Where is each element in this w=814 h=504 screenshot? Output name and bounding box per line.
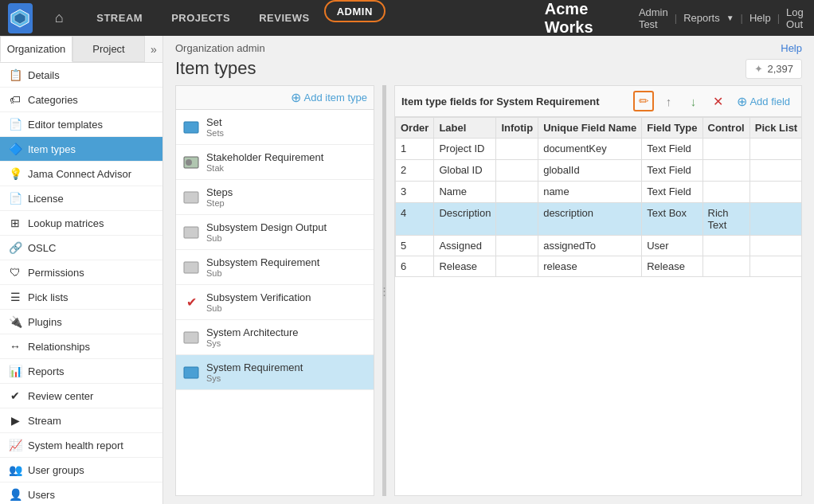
table-cell: release <box>538 256 642 277</box>
table-cell <box>749 182 801 203</box>
table-row[interactable]: 2Global IDglobalIdText Field✗✗ <box>396 160 802 182</box>
fields-table-scroll: Order Label Infotip Unique Field Name Fi… <box>395 117 801 495</box>
sidebar-item-system-health[interactable]: 📈 System health report <box>0 433 162 458</box>
table-row[interactable]: 4DescriptiondescriptionText BoxRich Text <box>396 203 802 236</box>
table-cell: 5 <box>396 236 434 256</box>
item-icon-subsystem-req <box>182 259 200 276</box>
table-cell: Description <box>434 203 496 236</box>
sidebar-item-stream[interactable]: ▶ Stream <box>0 408 162 433</box>
permissions-icon: 🛡 <box>8 266 22 279</box>
table-cell: name <box>538 182 642 203</box>
add-field-button[interactable]: ⊕ Add field <box>732 91 795 111</box>
sep3: | <box>777 12 780 24</box>
help-link[interactable]: Help <box>781 42 802 54</box>
table-cell: Text Field <box>642 160 702 182</box>
sidebar-item-oslc[interactable]: 🔗 OSLC <box>0 236 162 260</box>
move-down-button[interactable]: ↓ <box>683 91 703 111</box>
delete-field-button[interactable]: ✕ <box>707 91 728 111</box>
resize-divider[interactable]: ⋮ <box>382 85 386 496</box>
list-item[interactable]: Subsystem Design Output Sub <box>176 215 374 250</box>
sidebar-item-license[interactable]: 📄 License <box>0 186 162 211</box>
table-cell <box>749 139 801 160</box>
sidebar-item-item-types[interactable]: 🔷 Item types <box>0 137 162 162</box>
nav-links: STREAM PROJECTS REVIEWS ADMIN <box>82 0 385 36</box>
table-row[interactable]: 6ReleasereleaseRelease <box>396 256 802 277</box>
item-icon-subsystem-design <box>182 224 200 241</box>
tab-project[interactable]: Project <box>72 36 145 62</box>
logo[interactable] <box>8 3 33 33</box>
sidebar-item-details[interactable]: 📋 Details <box>0 63 162 88</box>
logout-link[interactable]: Log Out <box>786 6 806 30</box>
svg-rect-5 <box>184 192 198 203</box>
table-cell <box>749 256 801 277</box>
table-row[interactable]: 1Project IDdocumentKeyText Field✗✗ <box>396 139 802 160</box>
pick-lists-icon: ☰ <box>8 291 22 303</box>
sidebar-collapse-btn[interactable]: » <box>145 36 162 62</box>
col-order: Order <box>396 118 434 139</box>
table-cell: Name <box>434 182 496 203</box>
table-row[interactable]: 5AssignedassignedToUser <box>396 236 802 256</box>
sidebar-item-user-groups[interactable]: 👥 User groups <box>0 458 162 483</box>
svg-rect-7 <box>184 262 198 273</box>
item-types-icon: 🔷 <box>8 143 22 155</box>
sidebar-item-jama-advisor[interactable]: 💡 Jama Connect Advisor <box>0 162 162 186</box>
edit-field-button[interactable]: ✏ <box>633 91 654 111</box>
reports-arrow: ▼ <box>726 14 734 22</box>
col-label: Label <box>434 118 496 139</box>
move-up-button[interactable]: ↑ <box>658 91 679 111</box>
list-item[interactable]: Subsystem Requirement Sub <box>176 250 374 285</box>
content-area: ⊕ Add item type Set Sets <box>163 85 814 504</box>
license-icon: 📄 <box>8 192 22 205</box>
list-item[interactable]: Stakeholder Requirement Stak <box>176 145 374 180</box>
table-cell: 3 <box>396 182 434 203</box>
nav-right: Admin Test | Reports ▼ | Help | Log Out <box>639 6 806 30</box>
sidebar-item-plugins[interactable]: 🔌 Plugins <box>0 310 162 334</box>
page-title-row: Item types ✦ 2,397 <box>163 58 814 85</box>
add-item-type-button[interactable]: ⊕ Add item type <box>291 90 368 105</box>
table-cell <box>749 236 801 256</box>
item-types-label: Item types <box>28 143 76 155</box>
top-navigation: ⌂ STREAM PROJECTS REVIEWS ADMIN Acme Wor… <box>0 0 814 36</box>
sidebar-item-lookup-matrices[interactable]: ⊞ Lookup matrices <box>0 211 162 236</box>
lookup-matrices-icon: ⊞ <box>8 217 22 229</box>
table-row[interactable]: 3NamenameText Field✗ <box>396 182 802 203</box>
sidebar-item-categories[interactable]: 🏷 Categories <box>0 88 162 112</box>
sidebar-item-relationships[interactable]: ↔ Relationships <box>0 334 162 359</box>
reports-label: Reports <box>28 365 65 377</box>
admin-nav[interactable]: ADMIN <box>324 0 385 22</box>
admin-test-link[interactable]: Admin Test <box>639 6 668 30</box>
help-top-link[interactable]: Help <box>749 12 771 24</box>
sep1: | <box>675 12 677 24</box>
editor-templates-label: Editor templates <box>28 119 103 131</box>
sidebar-item-pick-lists[interactable]: ☰ Pick lists <box>0 285 162 310</box>
stream-nav[interactable]: STREAM <box>82 0 157 36</box>
user-groups-label: User groups <box>28 464 84 476</box>
tab-organization[interactable]: Organization <box>0 36 72 62</box>
sidebar-item-editor-templates[interactable]: 📄 Editor templates <box>0 112 162 137</box>
item-icon-sys-req <box>182 364 200 381</box>
sidebar-item-permissions[interactable]: 🛡 Permissions <box>0 260 162 285</box>
svg-rect-2 <box>184 122 198 133</box>
sidebar-item-users[interactable]: 👤 Users <box>0 483 162 504</box>
categories-label: Categories <box>28 94 78 106</box>
fields-panel-title: Item type fields for System Requirement <box>401 96 629 107</box>
reports-dropdown[interactable]: Reports <box>683 12 720 24</box>
list-item[interactable]: System Architecture Sys <box>176 320 374 355</box>
relationships-label: Relationships <box>28 341 90 353</box>
details-label: Details <box>28 69 60 81</box>
sidebar-item-review-center[interactable]: ✔ Review center <box>0 384 162 408</box>
table-cell <box>496 203 538 236</box>
list-item[interactable]: Set Sets <box>176 110 374 145</box>
table-cell: Project ID <box>434 139 496 160</box>
table-cell <box>496 182 538 203</box>
list-item[interactable]: Steps Step <box>176 180 374 215</box>
reviews-nav[interactable]: REVIEWS <box>245 0 323 36</box>
sidebar-item-reports[interactable]: 📊 Reports <box>0 359 162 384</box>
pick-lists-label: Pick lists <box>28 291 68 303</box>
jama-advisor-icon: 💡 <box>8 167 22 180</box>
list-item[interactable]: ✔ Subsystem Verification Sub <box>176 285 374 320</box>
projects-nav[interactable]: PROJECTS <box>157 0 245 36</box>
list-item[interactable]: System Requirement Sys <box>176 355 374 390</box>
home-nav[interactable]: ⌂ <box>41 0 78 36</box>
system-health-label: System health report <box>28 440 123 451</box>
